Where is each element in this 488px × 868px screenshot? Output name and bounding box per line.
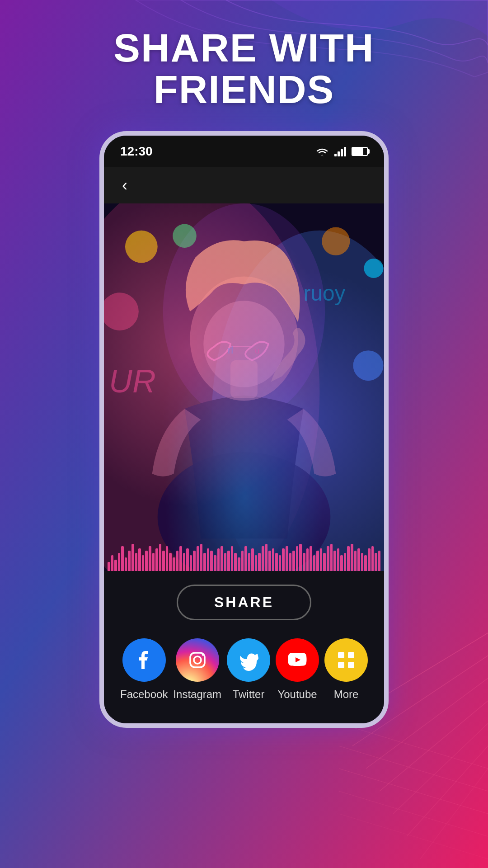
wave-bar <box>197 546 199 571</box>
wave-bar <box>114 560 117 571</box>
wave-bar <box>210 551 213 571</box>
facebook-icon[interactable] <box>122 638 166 682</box>
wave-bar <box>286 546 288 571</box>
wave-bar <box>265 544 268 571</box>
svg-rect-28 <box>338 662 344 668</box>
wave-bar <box>179 546 182 571</box>
phone-mockup: 12:30 <box>99 131 389 728</box>
svg-rect-2 <box>338 151 340 156</box>
more-item[interactable]: More <box>324 638 368 701</box>
wave-bar <box>128 551 131 571</box>
wave-bar <box>306 548 309 571</box>
wave-bar <box>244 546 247 571</box>
twitter-item[interactable]: Twitter <box>227 638 270 701</box>
twitter-icon[interactable] <box>227 638 270 682</box>
wave-bar <box>255 555 258 571</box>
wave-bar <box>234 553 237 571</box>
media-container: rl u UR ruoy <box>104 203 384 571</box>
wave-bar <box>155 548 158 571</box>
wave-bar <box>282 548 285 571</box>
wave-bar <box>258 553 261 571</box>
wave-bar <box>251 548 254 571</box>
wave-bar <box>131 544 134 571</box>
wifi-icon <box>315 146 329 156</box>
wave-bar <box>357 548 360 571</box>
wave-bar <box>313 555 316 571</box>
battery-icon <box>352 147 368 156</box>
wave-bar <box>241 551 244 571</box>
more-label: More <box>334 688 359 701</box>
youtube-icon[interactable] <box>276 638 319 682</box>
social-icons-row: Facebook Instagram <box>113 638 375 701</box>
wave-bar <box>337 548 340 571</box>
wave-bar <box>173 557 175 571</box>
neon-overlay <box>104 203 384 571</box>
more-icon[interactable] <box>324 638 368 682</box>
wave-bar <box>207 548 210 571</box>
wave-bar <box>224 553 227 571</box>
wave-bar <box>303 553 305 571</box>
svg-point-24 <box>194 656 201 664</box>
wave-bar <box>330 544 333 571</box>
svg-rect-26 <box>338 652 344 658</box>
wave-bar <box>344 553 347 571</box>
svg-rect-1 <box>334 154 337 156</box>
wave-bar <box>149 546 151 571</box>
wave-bar <box>292 551 295 571</box>
wave-bar <box>354 551 357 571</box>
facebook-label: Facebook <box>120 688 168 701</box>
wave-bar <box>214 555 216 571</box>
wave-bar <box>221 546 223 571</box>
wave-bar <box>162 551 165 571</box>
wave-bar <box>364 555 367 571</box>
wave-bar <box>111 555 114 571</box>
twitter-label: Twitter <box>233 688 265 701</box>
facebook-item[interactable]: Facebook <box>120 638 168 701</box>
wave-bar <box>248 553 251 571</box>
wave-bar <box>262 546 264 571</box>
wave-bar <box>118 553 121 571</box>
wave-bar <box>121 546 124 571</box>
svg-point-25 <box>202 654 204 656</box>
wave-bar <box>320 548 323 571</box>
wave-bar <box>176 551 179 571</box>
back-button[interactable]: ‹ <box>117 174 133 197</box>
wave-bar <box>108 562 110 571</box>
wave-bar <box>186 548 189 571</box>
wave-bar <box>296 546 299 571</box>
wave-bar <box>310 546 312 571</box>
wave-bar <box>193 551 196 571</box>
instagram-icon[interactable] <box>176 638 219 682</box>
waveform <box>104 544 384 571</box>
wave-bar <box>159 544 162 571</box>
share-button[interactable]: SHARE <box>177 585 311 620</box>
media-visual: rl u UR ruoy <box>104 203 384 571</box>
wave-bar <box>375 553 377 571</box>
wave-bar <box>138 548 141 571</box>
wave-bar <box>327 546 329 571</box>
wave-bar <box>378 551 381 571</box>
signal-icon <box>334 146 346 156</box>
wave-bar <box>217 548 220 571</box>
wave-bar <box>142 555 145 571</box>
wave-bar <box>227 551 230 571</box>
status-time: 12:30 <box>120 144 153 159</box>
wave-bar <box>169 553 172 571</box>
wave-bar <box>166 546 169 571</box>
wave-bar <box>316 551 319 571</box>
wave-bar <box>279 555 282 571</box>
wave-bar <box>289 553 292 571</box>
wave-bar <box>340 555 343 571</box>
wave-bar <box>268 551 271 571</box>
wave-bar <box>371 546 374 571</box>
wave-bar <box>275 553 278 571</box>
wave-bar <box>183 553 186 571</box>
wave-bar <box>145 551 148 571</box>
wave-bar <box>125 557 127 571</box>
svg-rect-4 <box>344 147 346 156</box>
instagram-item[interactable]: Instagram <box>173 638 221 701</box>
page-title: SHARE WITH FRIENDS <box>0 27 488 111</box>
svg-rect-27 <box>348 652 354 658</box>
youtube-item[interactable]: Youtube <box>276 638 319 701</box>
wave-bar <box>351 544 353 571</box>
